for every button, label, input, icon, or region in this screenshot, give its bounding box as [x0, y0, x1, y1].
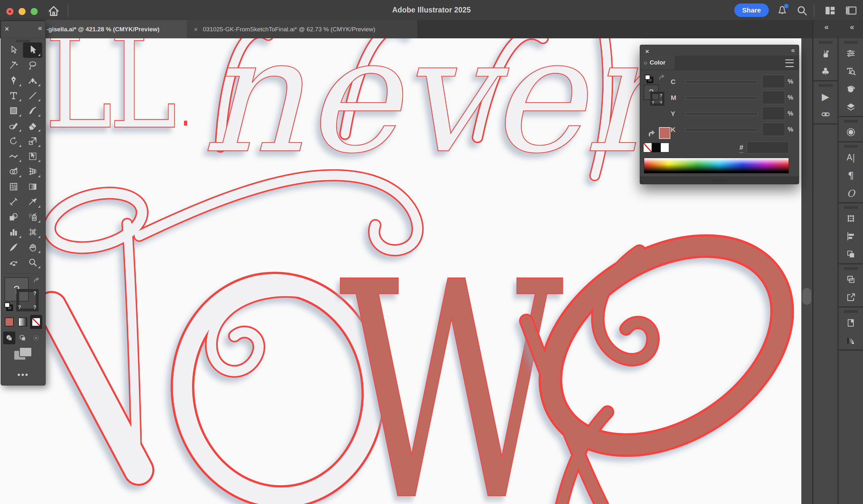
transform-panel-icon[interactable] [839, 210, 863, 227]
color-spectrum-bar[interactable] [644, 158, 789, 174]
slider-track[interactable] [685, 128, 758, 131]
close-icon[interactable]: × [645, 48, 649, 55]
workspace-switcher-icon[interactable] [824, 4, 836, 17]
rectangle-tool[interactable] [4, 103, 23, 118]
tab-gisella[interactable]: -gisella.ai* @ 421.28 % (CMYK/Preview) [45, 20, 187, 38]
hamburger-menu-icon[interactable] [785, 60, 794, 67]
drag-handle[interactable] [844, 120, 858, 123]
blend-tool[interactable] [4, 210, 23, 225]
rotate-view-tool[interactable] [4, 255, 23, 270]
artboard-tool[interactable] [23, 225, 42, 240]
swap-fill-stroke-icon[interactable] [32, 277, 40, 285]
edit-toolbar-button[interactable]: ••• [1, 370, 45, 380]
selected-anchor-dot[interactable] [184, 121, 187, 126]
vertical-scrollbar[interactable] [801, 38, 813, 504]
share-button[interactable]: Share [734, 3, 769, 17]
ll-letters[interactable]: LL [45, 38, 174, 157]
brushes-panel-icon[interactable] [813, 45, 837, 62]
links-panel-icon[interactable] [813, 105, 837, 123]
collapse-icon[interactable]: « [791, 46, 794, 55]
last-color-icon[interactable] [647, 129, 656, 137]
direct-selection-tool[interactable] [4, 42, 23, 58]
script-word[interactable]: never [201, 38, 680, 188]
width-tool[interactable] [4, 149, 23, 164]
perspective-grid-tool[interactable] [23, 164, 42, 179]
align-panel-icon[interactable] [839, 227, 863, 245]
slider-track[interactable] [685, 96, 758, 100]
slider-value-input[interactable] [762, 123, 785, 136]
bell-icon[interactable] [776, 4, 788, 17]
eyedropper-tool[interactable] [23, 194, 42, 210]
shaper-tool[interactable] [4, 118, 23, 134]
none-button[interactable] [30, 315, 42, 329]
draw-inside-button[interactable] [30, 331, 42, 344]
type-tool[interactable] [4, 88, 23, 103]
transparency-panel-icon[interactable] [839, 123, 863, 141]
character-panel-icon[interactable]: A| [839, 149, 863, 166]
lasso-tool[interactable] [23, 58, 42, 73]
gradient-button[interactable] [16, 315, 29, 329]
line-segment-tool[interactable] [23, 88, 42, 103]
paintbrush-tool[interactable] [23, 103, 42, 118]
drag-handle[interactable] [16, 40, 30, 42]
stroke-proxy[interactable]: ? ? ? [650, 92, 664, 106]
close-icon[interactable]: × [5, 25, 9, 33]
collapse-icon[interactable]: « [38, 24, 41, 33]
search-icon[interactable] [796, 4, 808, 17]
symbols-panel-icon[interactable]: ♣ [813, 62, 837, 80]
collapse-icon[interactable]: « [850, 23, 853, 32]
pen-tool[interactable] [4, 73, 23, 88]
drag-handle[interactable] [713, 179, 727, 182]
slider-value-input[interactable] [762, 107, 785, 120]
slider-track[interactable] [685, 80, 758, 84]
drag-handle[interactable] [844, 267, 858, 270]
scale-tool[interactable] [23, 134, 42, 149]
drag-handle[interactable] [844, 145, 858, 148]
default-fill-stroke-icon[interactable] [4, 302, 13, 311]
curvature-tool[interactable] [23, 73, 42, 88]
artboards-panel-icon[interactable] [839, 270, 863, 288]
eraser-tool[interactable] [23, 118, 42, 134]
current-color-swatch[interactable] [659, 127, 671, 139]
layers-panel-icon[interactable] [839, 98, 863, 116]
draw-behind-button[interactable] [16, 331, 29, 344]
rotate-tool[interactable] [4, 134, 23, 149]
hex-input[interactable] [747, 141, 789, 154]
asset-export-panel-icon[interactable] [839, 288, 863, 306]
type-search-panel-icon[interactable] [839, 62, 863, 80]
slider-track[interactable] [685, 112, 758, 116]
zoom-tool[interactable] [23, 255, 42, 270]
paragraph-panel-icon[interactable]: ¶ [839, 166, 863, 184]
actions-panel-icon[interactable]: ▶ [813, 88, 837, 105]
color-button[interactable] [3, 315, 15, 329]
knife-tool[interactable] [4, 240, 23, 255]
draw-normal-button[interactable] [3, 331, 15, 344]
appearance-panel-icon[interactable] [839, 80, 863, 98]
panel-toggle-icon[interactable] [845, 4, 857, 17]
pathfinder-panel-icon[interactable] [839, 245, 863, 263]
swatch-none[interactable] [643, 143, 652, 152]
screen-mode-icon[interactable] [13, 346, 33, 361]
properties-panel-icon[interactable] [839, 45, 863, 62]
shape-builder-tool[interactable] [4, 164, 23, 179]
drag-handle[interactable] [844, 310, 858, 313]
hand-tool[interactable] [23, 240, 42, 255]
measure-tool[interactable] [4, 194, 23, 210]
drag-handle[interactable] [819, 41, 832, 44]
vertical-scrollbar-thumb[interactable] [802, 288, 811, 305]
symbol-sprayer-tool[interactable] [23, 210, 42, 225]
color-panel-resize-bar[interactable] [640, 177, 799, 184]
magic-wand-tool[interactable] [4, 58, 23, 73]
tab-fromsketchtofinal[interactable]: × 031025-GK-FromSketchToFinal.ai* @ 62.7… [187, 20, 418, 38]
gradient-tool[interactable] [23, 179, 42, 194]
libraries-panel-icon[interactable] [839, 314, 863, 331]
drag-handle[interactable] [844, 206, 858, 209]
w-letter[interactable]: W [339, 218, 564, 504]
swatches-panel-icon[interactable] [839, 331, 863, 350]
swatch-black[interactable] [652, 143, 661, 152]
drag-handle[interactable] [819, 84, 832, 87]
tab-color[interactable]: ◇ Color [640, 55, 675, 70]
stroke-proxy[interactable]: ? ? ? [16, 289, 39, 312]
selection-tool[interactable] [23, 42, 42, 58]
slider-value-input[interactable] [762, 75, 785, 88]
